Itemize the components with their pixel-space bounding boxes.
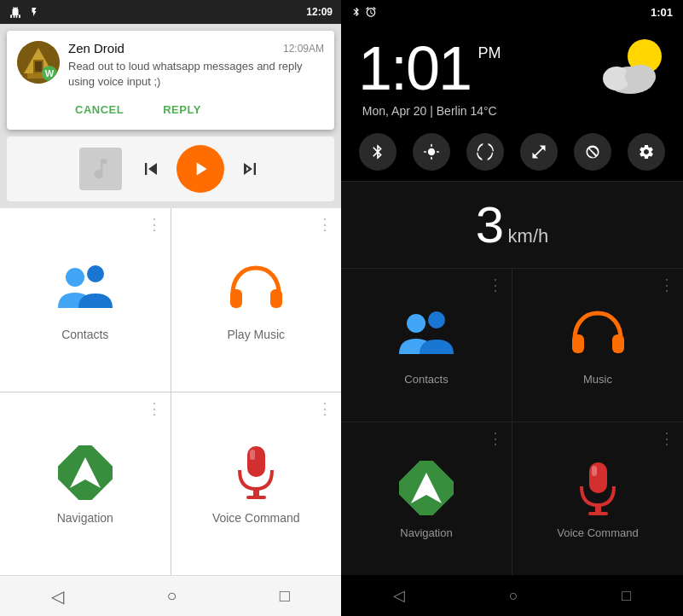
recent-button-right[interactable]: □ xyxy=(615,580,638,612)
svg-rect-12 xyxy=(247,446,265,477)
android-icon xyxy=(9,5,22,19)
svg-point-8 xyxy=(87,265,104,282)
nav-bar-right: ◁ ○ □ xyxy=(341,575,683,616)
app-grid-left: ⋮ Contacts ⋮ xyxy=(0,208,341,575)
voice-label: Voice Command xyxy=(212,511,300,525)
app-cell-right-navigation[interactable]: ⋮ Navigation xyxy=(341,422,512,575)
clock-time-wrapper: 1:01 PM xyxy=(358,38,501,99)
expand-qs-button[interactable] xyxy=(520,133,558,171)
svg-rect-25 xyxy=(589,462,607,493)
svg-rect-22 xyxy=(572,334,584,353)
notif-actions: CANCEL REPLY xyxy=(17,100,324,119)
left-panel: 12:09 W Zen Droid xyxy=(0,0,341,616)
app-cell-right-music[interactable]: ⋮ Music xyxy=(512,269,683,421)
music-controls xyxy=(139,145,262,193)
app-cell-contacts[interactable]: ⋮ Contacts xyxy=(0,208,171,391)
navigation-label-right: Navigation xyxy=(400,526,452,539)
clock-ampm: PM xyxy=(478,44,501,61)
more-icon-contacts-right[interactable]: ⋮ xyxy=(488,277,503,293)
more-icon-contacts[interactable]: ⋮ xyxy=(147,217,162,232)
voice-icon-right xyxy=(568,458,628,518)
notif-top: Zen Droid 12:09AM xyxy=(68,41,324,55)
contacts-label: Contacts xyxy=(61,328,108,341)
right-time: 1:01 xyxy=(651,6,673,19)
app-cell-navigation[interactable]: ⋮ Navigation xyxy=(0,392,171,575)
prev-button[interactable] xyxy=(139,157,163,181)
app-grid-right: ⋮ Contacts ⋮ M xyxy=(341,269,683,575)
contacts-icon-container xyxy=(55,259,115,319)
clock-time: 1:01 xyxy=(358,34,471,102)
speed-value: 3 xyxy=(476,196,504,253)
clock-display: 1:01 PM Mon, Apr 20 | Berlin 14°C xyxy=(358,38,501,118)
more-icon-nav-right[interactable]: ⋮ xyxy=(488,431,503,446)
notif-app-name: Zen Droid xyxy=(68,41,124,55)
home-button-right[interactable]: ○ xyxy=(502,580,525,612)
more-icon-voice[interactable]: ⋮ xyxy=(317,401,333,416)
svg-rect-28 xyxy=(592,466,597,476)
notif-time: 12:09AM xyxy=(283,43,324,55)
music-label-right: Music xyxy=(583,373,612,386)
app-cell-right-voice[interactable]: ⋮ Voice Command xyxy=(512,422,683,575)
donotdisturb-qs-button[interactable] xyxy=(574,133,611,171)
contacts-label-right: Contacts xyxy=(404,373,448,386)
cancel-button[interactable]: CANCEL xyxy=(68,100,130,119)
right-status-left-icons xyxy=(351,6,377,18)
notif-avatar: W xyxy=(17,41,60,84)
settings-qs-button[interactable] xyxy=(628,133,665,171)
bluetooth-qs-button[interactable] xyxy=(359,133,396,171)
voice-icon-container xyxy=(226,443,286,503)
app-cell-voice[interactable]: ⋮ Voice Command xyxy=(171,392,342,575)
more-icon-music-right[interactable]: ⋮ xyxy=(659,277,674,293)
speed-display: 3 km/h xyxy=(341,182,683,269)
navigation-label: Navigation xyxy=(57,511,113,525)
more-icon-voice-right[interactable]: ⋮ xyxy=(659,431,674,446)
navigation-icon-container xyxy=(55,443,115,503)
quick-settings xyxy=(341,126,683,182)
right-panel: 1:01 1:01 PM Mon, Apr 20 | Berlin 14°C xyxy=(341,0,683,616)
svg-rect-15 xyxy=(250,450,255,460)
more-icon-nav[interactable]: ⋮ xyxy=(147,401,162,416)
left-status-icons xyxy=(9,5,41,19)
back-button-left[interactable]: ◁ xyxy=(44,579,71,613)
status-bar-left: 12:09 xyxy=(0,0,341,24)
weather-icon xyxy=(598,38,666,97)
svg-rect-14 xyxy=(246,496,266,499)
svg-rect-4 xyxy=(35,61,42,72)
play-button[interactable] xyxy=(177,145,224,193)
recent-button-left[interactable]: □ xyxy=(273,579,297,613)
voice-label-right: Voice Command xyxy=(557,526,638,539)
svg-rect-27 xyxy=(588,512,608,515)
app-cell-right-contacts[interactable]: ⋮ Contacts xyxy=(341,269,512,421)
reply-button[interactable]: REPLY xyxy=(156,100,208,119)
svg-rect-10 xyxy=(270,289,282,308)
navigation-icon-right xyxy=(396,458,456,518)
left-time: 12:09 xyxy=(306,6,333,18)
brightness-qs-button[interactable] xyxy=(413,133,450,171)
music-player xyxy=(7,137,334,201)
music-icon-right xyxy=(568,305,628,364)
svg-rect-23 xyxy=(612,334,624,353)
home-button-left[interactable]: ○ xyxy=(159,579,183,613)
svg-point-20 xyxy=(407,314,425,333)
speed-unit: km/h xyxy=(508,225,549,247)
contacts-icon-right xyxy=(396,305,456,364)
status-bar-right: 1:01 xyxy=(341,0,683,24)
svg-point-7 xyxy=(66,268,84,287)
notification-card: W Zen Droid 12:09AM Read out to loud wha… xyxy=(7,31,334,130)
clock-date: Mon, Apr 20 | Berlin 14°C xyxy=(358,104,501,118)
app-cell-music[interactable]: ⋮ Play Music xyxy=(171,208,342,391)
next-button[interactable] xyxy=(238,157,262,181)
back-button-right[interactable]: ◁ xyxy=(386,579,412,612)
music-label: Play Music xyxy=(227,328,285,341)
bluetooth-icon-right xyxy=(351,6,362,18)
svg-rect-9 xyxy=(230,289,242,308)
flash-icon xyxy=(27,5,41,19)
alarm-icon-right xyxy=(365,6,377,18)
clock-area: 1:01 PM Mon, Apr 20 | Berlin 14°C xyxy=(341,24,683,126)
more-icon-music[interactable]: ⋮ xyxy=(317,217,333,232)
music-icon-container xyxy=(226,259,286,319)
rotate-qs-button[interactable] xyxy=(466,133,504,171)
notif-text: Read out to loud whatsapp messages and r… xyxy=(68,59,324,90)
svg-point-19 xyxy=(625,65,656,89)
svg-text:W: W xyxy=(45,68,55,78)
